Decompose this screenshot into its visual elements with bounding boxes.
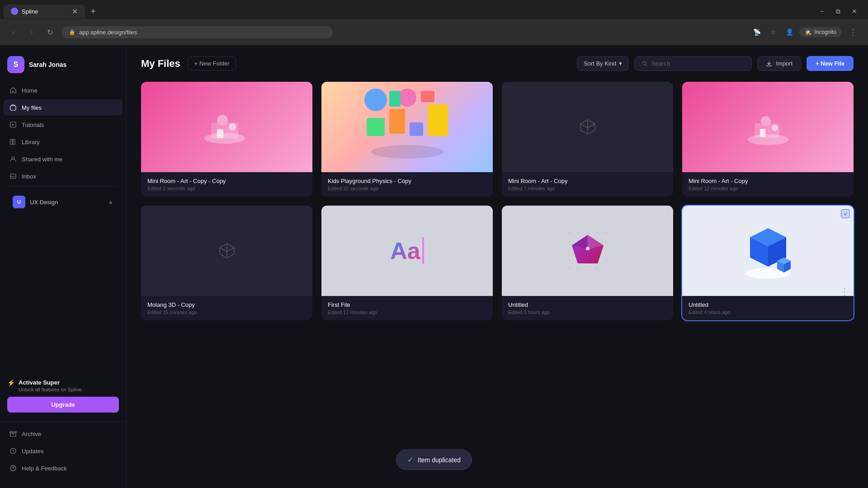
search-box[interactable] [634, 56, 752, 71]
url-text: app.spline.design/files [79, 29, 137, 36]
minimize-btn[interactable]: − [816, 5, 828, 18]
svg-rect-28 [760, 129, 765, 137]
svg-point-13 [217, 115, 228, 126]
page-title: My Files [141, 58, 180, 70]
my-files-icon [9, 103, 17, 112]
file-date-6: Edited 17 minutes ago [328, 310, 486, 315]
new-tab-btn[interactable]: + [87, 5, 99, 18]
sidebar-item-shared[interactable]: Shared with me [4, 151, 123, 167]
svg-point-30 [569, 232, 571, 234]
updates-icon [9, 447, 17, 455]
sidebar-item-tutorials[interactable]: Tutorials [4, 117, 123, 133]
svg-rect-14 [217, 129, 223, 138]
profile-icon[interactable]: 👤 [783, 26, 796, 38]
file-thumb-4 [682, 82, 854, 172]
file-date-3: Edited 7 minutes ago [508, 186, 667, 191]
sidebar-item-home[interactable]: Home [4, 82, 123, 99]
file-card-5[interactable]: Molang 3D - Copy Edited 15 minutes ago [141, 206, 312, 320]
sidebar-item-inbox-label: Inbox [22, 173, 36, 180]
file-thumb-2 [321, 82, 493, 172]
new-folder-btn[interactable]: + New Folder [188, 56, 236, 70]
archive-icon [9, 430, 17, 438]
toast-message: Item duplicated [418, 456, 461, 464]
incognito-btn[interactable]: 🕵️ Incognito [799, 27, 842, 37]
app: S Sarah Jonas Home My files Tu [0, 45, 868, 488]
file-info-7: Untitled Edited 3 hours ago [502, 296, 673, 320]
sidebar-item-inbox[interactable]: Inbox [4, 168, 123, 184]
upgrade-section: ⚡ Activate Super Unlock all features on … [0, 374, 126, 418]
sidebar-item-my-files[interactable]: My files [4, 99, 123, 116]
file-card-8[interactable]: Untitled Edited 4 hours ago ⋮ [682, 206, 854, 320]
import-icon [766, 61, 772, 67]
upgrade-btn[interactable]: Upgrade [7, 397, 119, 413]
sidebar-item-help-label: Help & Feedback [22, 465, 67, 472]
team-item[interactable]: U UX Design ▲ [11, 192, 115, 212]
search-input[interactable] [651, 60, 744, 67]
tab-close-btn[interactable]: ✕ [72, 7, 78, 16]
sidebar-item-my-files-label: My files [22, 104, 42, 111]
forward-btn[interactable]: › [25, 26, 38, 38]
address-actions: 📡 ☆ 👤 🕵️ Incognito ⋮ [750, 25, 861, 39]
sort-btn[interactable]: Sort By Kind ▾ [577, 56, 629, 71]
browser-menu-btn[interactable]: ⋮ [845, 25, 861, 39]
svg-rect-1 [10, 106, 16, 110]
activate-super-text: Activate Super Unlock all features on Sp… [19, 379, 83, 392]
svg-point-9 [13, 469, 13, 470]
mini-room-art-preview-2 [741, 104, 795, 150]
file-name-4: Mini Room - Art - Copy [689, 178, 847, 184]
file-card-2[interactable]: Kids Playground Physics - Copy Edited 32… [321, 82, 493, 197]
team-name: UX Design [30, 199, 58, 206]
toast-notification: ✓ Item duplicated [396, 450, 472, 470]
sidebar-item-home-label: Home [22, 87, 38, 94]
bottom-nav: Archive Updates Help & Feedback [0, 422, 126, 481]
reload-btn[interactable]: ↻ [43, 26, 56, 38]
new-file-btn[interactable]: + New File [807, 56, 854, 71]
file-card-3[interactable]: Mini Room - Art - Copy Edited 7 minutes … [502, 82, 673, 197]
file-thumb-6: Aa [321, 206, 493, 296]
cube-placeholder-icon-2 [216, 240, 238, 262]
username: Sarah Jonas [29, 61, 66, 68]
file-date-5: Edited 15 minutes ago [147, 310, 306, 315]
close-btn[interactable]: ✕ [848, 5, 861, 18]
sidebar-item-help[interactable]: Help & Feedback [4, 460, 123, 476]
file-card-4[interactable]: Mini Room - Art - Copy Edited 12 minutes… [682, 82, 854, 197]
back-btn[interactable]: ‹ [7, 26, 20, 38]
import-btn[interactable]: Import [757, 56, 801, 71]
sidebar-item-library[interactable]: Library [4, 134, 123, 150]
file-name-1: Mini Room - Art - Copy - Copy [147, 178, 306, 184]
file-info-6: First File Edited 17 minutes ago [321, 296, 493, 320]
mini-room-art-preview [200, 104, 254, 150]
typography-preview: Aa [390, 237, 424, 264]
bookmark-icon[interactable]: ☆ [767, 26, 779, 38]
help-icon [9, 464, 17, 472]
search-icon [642, 61, 648, 67]
url-bar[interactable]: 🔒 app.spline.design/files [61, 26, 333, 38]
svg-point-58 [586, 247, 590, 250]
file-card-6[interactable]: Aa First File Edited 17 minutes ago [321, 206, 493, 320]
file-card-7[interactable]: Untitled Edited 3 hours ago [502, 206, 673, 320]
file-date-1: Edited 2 seconds ago [147, 186, 306, 191]
sidebar: S Sarah Jonas Home My files Tu [0, 45, 127, 488]
header-right: Sort By Kind ▾ Import + New File [577, 56, 854, 71]
main-content: My Files + New Folder Sort By Kind ▾ Imp… [127, 45, 868, 488]
file-card-1[interactable]: Mini Room - Art - Copy - Copy Edited 2 s… [141, 82, 312, 197]
svg-point-32 [587, 232, 589, 234]
separator [7, 186, 119, 187]
file-date-4: Edited 12 minutes ago [689, 186, 847, 191]
file-thumb-7 [502, 206, 673, 296]
file-date-2: Edited 32 seconds ago [328, 186, 486, 191]
svg-point-48 [578, 268, 580, 270]
restore-btn[interactable]: ⧉ [832, 5, 844, 18]
svg-point-42 [569, 259, 571, 261]
svg-point-20 [364, 89, 387, 111]
file-info-1: Mini Room - Art - Copy - Copy Edited 2 s… [141, 172, 312, 197]
active-tab[interactable]: Spline ✕ [4, 5, 85, 19]
file-name-8: Untitled [689, 301, 847, 308]
cast-icon[interactable]: 📡 [750, 26, 763, 38]
cube-placeholder-icon [577, 116, 599, 138]
sidebar-item-archive[interactable]: Archive [4, 426, 123, 442]
sidebar-item-updates[interactable]: Updates [4, 443, 123, 459]
svg-point-50 [605, 268, 607, 270]
file-more-btn-8[interactable]: ⋮ [840, 286, 849, 297]
activate-super: ⚡ Activate Super Unlock all features on … [7, 379, 119, 392]
